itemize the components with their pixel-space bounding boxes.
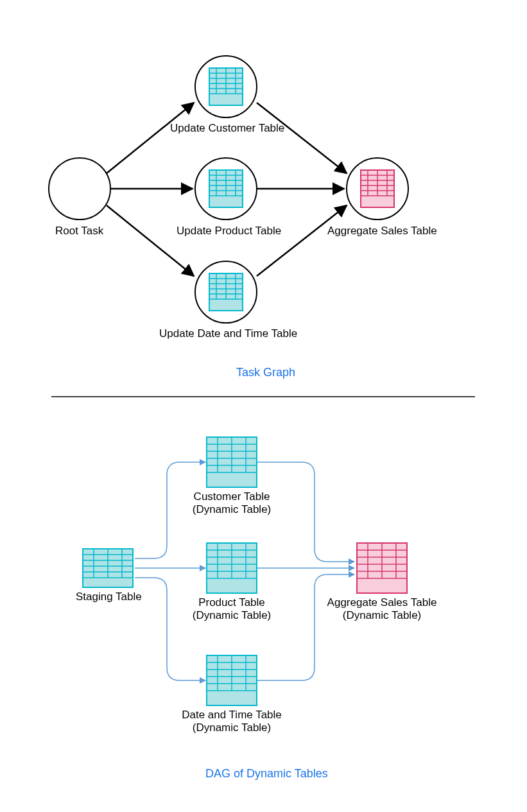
table-icon [209, 273, 243, 311]
customer-label: Customer Table (Dynamic Table) [193, 490, 272, 515]
edge-datetime-to-aggregate-b [257, 574, 354, 680]
task-graph-title: Task Graph [236, 366, 295, 379]
diagram-page: Root Task Update Customer Table Update P… [0, 0, 527, 812]
table-icon-pink [356, 542, 408, 594]
aggregate-sales-label: Aggregate Sales Table [327, 225, 437, 238]
table-icon [209, 67, 243, 106]
table-icon [82, 548, 134, 588]
edge-root-to-customer [107, 103, 194, 173]
edge-staging-to-datetime [135, 578, 205, 680]
aggregate-label: Aggregate Sales Table (Dynamic Table) [327, 596, 437, 621]
table-icon [206, 436, 257, 488]
table-icon-pink [360, 169, 395, 208]
table-icon [206, 542, 257, 594]
edge-customer-to-aggregate [257, 103, 347, 173]
dag-title: DAG of Dynamic Tables [205, 767, 328, 781]
edge-root-to-datetime [107, 205, 194, 276]
product-label: Product Table (Dynamic Table) [193, 596, 272, 621]
root-task-node [49, 158, 110, 220]
update-datetime-label: Update Date and Time Table [159, 327, 297, 340]
edge-customer-to-aggregate-b [257, 462, 354, 562]
update-product-label: Update Product Table [177, 225, 281, 238]
update-customer-label: Update Customer Table [170, 122, 284, 135]
edge-datetime-to-aggregate [257, 205, 347, 276]
table-icon [206, 655, 257, 706]
staging-label: Staging Table [76, 591, 142, 603]
datetime-label: Date and Time Table (Dynamic Table) [182, 709, 282, 734]
root-task-label: Root Task [55, 225, 103, 238]
table-icon [209, 169, 243, 208]
